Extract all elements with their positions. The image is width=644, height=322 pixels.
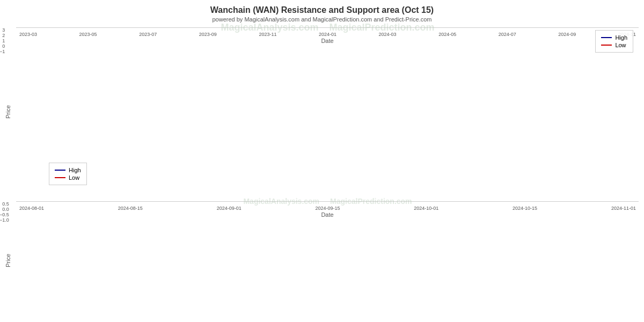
- chart-subtitle: powered by MagicalAnalysis.com and Magic…: [0, 16, 644, 23]
- bottom-x-title: Date: [16, 211, 639, 218]
- watermark-b-part2: MagicalPrediction.com: [330, 197, 412, 206]
- low-line-icon: [601, 45, 612, 46]
- charts-wrapper: Price MagicalAnalysis.com MagicalPredict…: [0, 25, 644, 322]
- bottom-chart-panel: Price MagicalAnalysis.com MagicalPredict…: [0, 199, 644, 322]
- bottom-low-line-icon: [55, 177, 65, 178]
- high-line-icon: [601, 37, 612, 38]
- bottom-chart-area: MagicalAnalysis.com MagicalPrediction.co…: [16, 201, 639, 202]
- top-x-axis-labels: 2023-03 2023-05 2023-07 2023-09 2023-11 …: [17, 32, 639, 37]
- top-chart-area: MagicalAnalysis.com MagicalPrediction.co…: [16, 27, 639, 28]
- legend-high: High: [601, 34, 627, 41]
- bottom-legend-low: Low: [55, 174, 81, 181]
- bottom-legend-high-label: High: [69, 167, 81, 173]
- bottom-legend-high: High: [55, 167, 81, 173]
- legend-low: Low: [601, 42, 627, 48]
- bottom-legend-low-label: Low: [69, 174, 79, 181]
- top-legend: High Low: [595, 30, 633, 53]
- legend-low-label: Low: [615, 42, 626, 48]
- top-chart-panel: Price MagicalAnalysis.com MagicalPredict…: [0, 25, 644, 199]
- bottom-watermark: MagicalAnalysis.com MagicalPrediction.co…: [243, 197, 412, 206]
- top-x-title: Date: [16, 38, 639, 44]
- bottom-x-axis-labels: 2024-08-01 2024-08-15 2024-09-01 2024-09…: [17, 206, 639, 211]
- bottom-legend: High Low: [49, 163, 87, 185]
- bottom-high-line-icon: [55, 170, 65, 171]
- chart-title: Wanchain (WAN) Resistance and Support ar…: [0, 5, 644, 15]
- chart-container: Wanchain (WAN) Resistance and Support ar…: [0, 0, 644, 322]
- watermark-b-part1: MagicalAnalysis.com: [243, 197, 319, 206]
- legend-high-label: High: [615, 34, 627, 41]
